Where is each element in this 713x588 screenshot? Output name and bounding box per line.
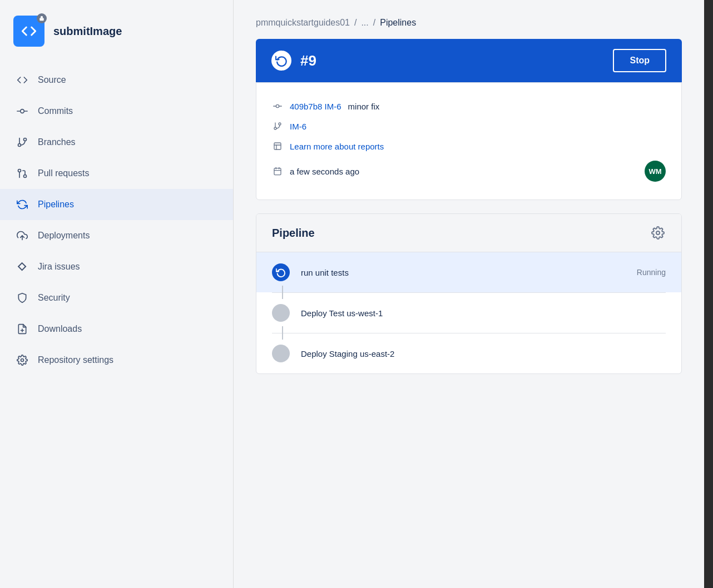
sidebar-item-pipelines-label: Pipelines [38,200,74,210]
branch-row: IM-6 [272,116,666,136]
settings-icon [16,353,29,367]
avatar: WM [645,161,666,182]
sidebar-item-pull-requests-label: Pull requests [38,168,90,178]
step-status-run-unit-tests: Running [637,268,666,277]
pipeline-number: #9 [300,52,613,69]
pipeline-section-title: Pipeline [272,227,315,240]
breadcrumb-sep1: / [354,18,356,28]
sidebar-item-branches[interactable]: Branches [0,127,233,158]
sidebar-item-repository-settings[interactable]: Repository settings [0,345,233,376]
breadcrumb-repo[interactable]: pmmquickstartguides01 [256,18,350,28]
step-name-deploy-staging: Deploy Staging us-east-2 [301,349,655,358]
commit-hash-link[interactable]: 409b7b8 IM-6 [290,102,341,111]
pipeline-settings-icon[interactable] [650,225,666,241]
sidebar-item-security-label: Security [38,293,70,303]
learn-more-row: Learn more about reports [272,136,666,156]
pipeline-header: #9 Stop [256,39,682,82]
timestamp: a few seconds ago [290,167,359,176]
report-icon [272,141,283,152]
sidebar-item-pull-requests[interactable]: Pull requests [0,158,233,189]
breadcrumb-current: Pipelines [380,18,416,28]
security-icon [16,291,29,305]
sidebar-item-commits-label: Commits [38,106,73,116]
sidebar-item-jira-issues[interactable]: Jira issues [0,251,233,282]
sidebar-item-repository-settings-label: Repository settings [38,355,113,365]
commit-message: minor fix [348,102,380,111]
svg-rect-0 [39,18,44,21]
repo-icon [13,16,44,47]
branch-link[interactable]: IM-6 [290,122,306,131]
lock-badge [37,13,47,23]
sidebar-item-downloads[interactable]: Downloads [0,313,233,345]
step-deploy-staging[interactable]: Deploy Staging us-east-2 [256,333,681,373]
sidebar-item-security[interactable]: Security [0,282,233,313]
step-pending-icon-2 [272,345,290,362]
pipeline-running-icon [271,51,291,71]
breadcrumb: pmmquickstartguides01 / ... / Pipelines [256,18,682,28]
breadcrumb-ellipsis[interactable]: ... [361,18,368,28]
source-icon [16,73,29,87]
breadcrumb-sep2: / [373,18,375,28]
commit-icon [272,101,283,112]
main-content: pmmquickstartguides01 / ... / Pipelines … [234,0,704,588]
sidebar-item-source[interactable]: Source [0,64,233,96]
deployments-icon [16,229,29,242]
scrollbar-area [704,0,713,588]
sidebar-item-deployments-label: Deployments [38,231,90,241]
sidebar-nav: Source Commits [0,60,233,588]
svg-point-13 [21,359,24,362]
sidebar-item-branches-label: Branches [38,137,76,147]
svg-rect-23 [274,168,281,175]
branches-icon [16,136,29,149]
commit-row: 409b7b8 IM-6 minor fix [272,96,666,116]
svg-rect-20 [274,143,281,150]
sidebar-item-jira-issues-label: Jira issues [38,262,80,272]
sidebar-item-source-label: Source [38,75,66,85]
commits-icon [16,104,29,118]
repo-name: submitImage [53,25,122,38]
step-deploy-test[interactable]: Deploy Test us-west-1 [256,293,681,333]
pipeline-steps: run unit tests Running Deploy Test us-we… [256,252,681,373]
sidebar-item-pipelines[interactable]: Pipelines [0,189,233,220]
sidebar-item-commits[interactable]: Commits [0,96,233,127]
sidebar-item-deployments[interactable]: Deployments [0,220,233,251]
pipeline-card: Pipeline run unit tests Running [256,213,682,374]
pull-requests-icon [16,167,29,180]
pipeline-card-header: Pipeline [256,214,681,252]
clock-icon [272,166,283,177]
step-name-run-unit-tests: run unit tests [301,268,626,277]
stop-button[interactable]: Stop [613,49,666,72]
branch-icon [272,121,283,132]
svg-point-14 [276,104,279,107]
avatar-container: WM [645,161,666,182]
svg-point-27 [656,231,660,235]
step-name-deploy-test: Deploy Test us-west-1 [301,308,655,318]
pipelines-icon [16,198,29,211]
step-running-icon [272,263,290,281]
svg-point-1 [21,109,24,113]
learn-more-link[interactable]: Learn more about reports [290,142,384,151]
sidebar-header: submitImage [0,0,233,60]
step-run-unit-tests[interactable]: run unit tests Running [256,252,681,292]
sidebar: submitImage Source Commits [0,0,234,588]
jira-icon [16,260,29,273]
downloads-icon [16,322,29,336]
sidebar-item-downloads-label: Downloads [38,324,82,334]
timestamp-row: a few seconds ago WM [272,156,666,186]
pipeline-info-card: 409b7b8 IM-6 minor fix IM-6 [256,82,682,200]
step-pending-icon-1 [272,304,290,322]
